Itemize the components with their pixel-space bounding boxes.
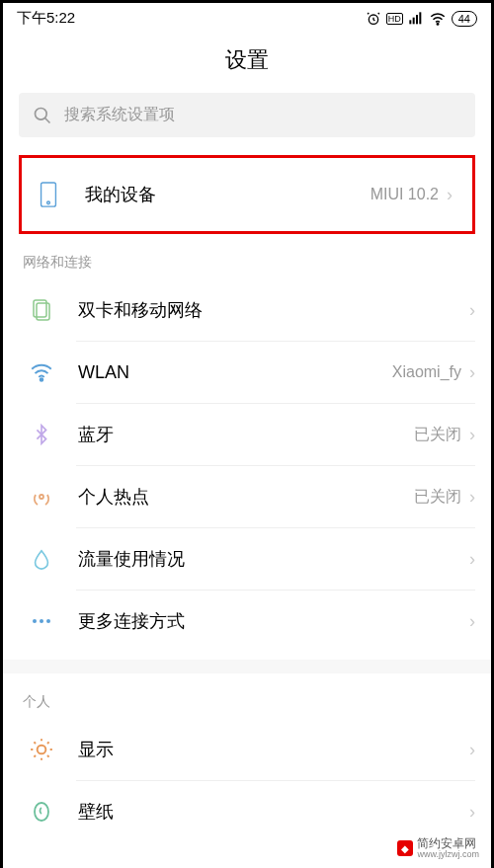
svg-line-7	[45, 118, 50, 122]
svg-rect-1	[409, 20, 411, 24]
list-item-label: 壁纸	[78, 800, 469, 824]
svg-point-12	[41, 378, 43, 381]
chevron-right-icon: ›	[469, 611, 475, 632]
chevron-right-icon: ›	[469, 425, 475, 445]
data-usage-item[interactable]: 流量使用情况 ›	[19, 528, 475, 590]
battery-level: 44	[452, 11, 477, 27]
svg-rect-3	[416, 15, 418, 24]
hd-icon: HD	[386, 13, 403, 25]
svg-rect-4	[419, 12, 421, 24]
my-device-highlight: 我的设备 MIUI 10.2 ›	[19, 155, 475, 234]
wlan-item[interactable]: WLAN Xiaomi_fy ›	[19, 342, 475, 403]
list-item-label: 蓝牙	[78, 423, 414, 446]
my-device-value: MIUI 10.2	[370, 186, 439, 203]
svg-point-15	[40, 619, 43, 623]
signal-icon	[408, 11, 424, 27]
svg-point-16	[46, 619, 50, 623]
list-item-label: 更多连接方式	[78, 609, 469, 633]
display-item[interactable]: 显示 ›	[19, 719, 475, 780]
wallpaper-item[interactable]: 壁纸 ›	[19, 781, 475, 832]
dual-sim-item[interactable]: 双卡和移动网络 ›	[19, 279, 475, 341]
watermark-logo-icon: ◆	[397, 840, 413, 856]
chevron-right-icon: ›	[469, 487, 475, 508]
list-item-value: 已关闭	[414, 425, 461, 445]
watermark-url: www.jylzwj.com	[417, 850, 479, 860]
list-item-value: 已关闭	[414, 487, 461, 508]
list-item-label: 显示	[78, 738, 469, 761]
droplet-icon	[29, 546, 54, 572]
chevron-right-icon: ›	[469, 362, 475, 383]
svg-point-6	[36, 108, 47, 119]
chevron-right-icon: ›	[447, 185, 453, 205]
list-item-label: 双卡和移动网络	[78, 298, 469, 322]
my-device-item[interactable]: 我的设备 MIUI 10.2 ›	[22, 182, 472, 207]
search-placeholder: 搜索系统设置项	[64, 105, 175, 125]
bluetooth-icon	[29, 422, 54, 447]
more-icon	[29, 608, 54, 634]
status-time: 下午5:22	[17, 9, 75, 28]
hotspot-icon	[29, 484, 54, 510]
svg-point-9	[47, 201, 50, 204]
more-connections-item[interactable]: 更多连接方式 ›	[19, 591, 475, 652]
svg-point-13	[40, 495, 43, 499]
section-gap	[3, 660, 491, 673]
search-icon	[33, 106, 52, 125]
list-item-value: Xiaomi_fy	[392, 363, 461, 381]
alarm-icon	[366, 11, 381, 27]
page-title: 设置	[3, 32, 491, 93]
list-item-label: WLAN	[78, 362, 392, 383]
bluetooth-item[interactable]: 蓝牙 已关闭 ›	[19, 404, 475, 465]
svg-rect-2	[412, 17, 414, 24]
watermark: ◆ 简约安卓网 www.jylzwj.com	[393, 835, 483, 862]
svg-point-17	[38, 746, 46, 754]
wifi-icon	[429, 10, 447, 28]
svg-point-5	[437, 23, 439, 25]
chevron-right-icon: ›	[469, 802, 475, 823]
phone-icon	[36, 182, 61, 207]
svg-rect-8	[41, 183, 56, 206]
status-bar: 下午5:22 HD 44	[3, 3, 491, 32]
list-item-label: 个人热点	[78, 485, 414, 509]
section-header-personal: 个人	[19, 673, 475, 719]
brightness-icon	[29, 737, 54, 762]
svg-point-14	[33, 619, 37, 623]
chevron-right-icon: ›	[469, 549, 475, 570]
list-item-label: 流量使用情况	[78, 547, 469, 571]
search-input[interactable]: 搜索系统设置项	[19, 93, 475, 137]
my-device-label: 我的设备	[85, 183, 370, 206]
chevron-right-icon: ›	[469, 300, 475, 321]
section-header-network: 网络和连接	[19, 234, 475, 279]
wifi-icon	[29, 359, 54, 385]
hotspot-item[interactable]: 个人热点 已关闭 ›	[19, 466, 475, 527]
status-icons: HD 44	[366, 10, 477, 28]
sim-icon	[29, 297, 54, 323]
wallpaper-icon	[29, 799, 54, 825]
chevron-right-icon: ›	[469, 740, 475, 760]
